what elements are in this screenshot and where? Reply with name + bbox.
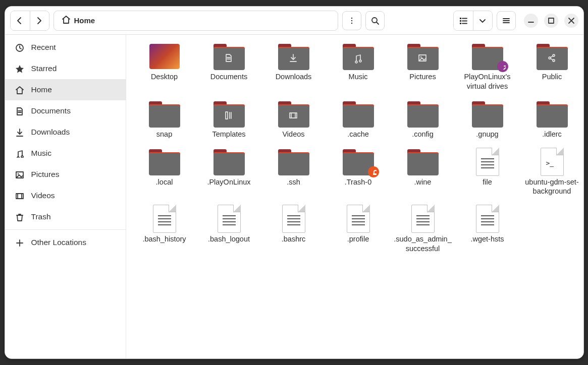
sidebar-item-home[interactable]: Home: [5, 79, 126, 100]
path-segment-home[interactable]: Home: [58, 13, 98, 28]
item-label: .cache: [347, 130, 369, 139]
item-label: Music: [349, 72, 368, 82]
script-item[interactable]: >_ ubuntu-gdm-set-background: [520, 146, 583, 197]
item-label: .config: [412, 130, 434, 139]
back-button[interactable]: [11, 11, 30, 30]
file-view[interactable]: Desktop Documents Downloads Music Pictur…: [126, 35, 583, 358]
view-switch: [453, 11, 493, 31]
item-icon: [470, 100, 505, 128]
share-icon: [534, 53, 570, 64]
item-icon: [470, 43, 505, 70]
forward-button[interactable]: [30, 11, 49, 30]
sidebar-item-documents[interactable]: Documents: [5, 100, 126, 121]
item-label: Documents: [210, 72, 247, 82]
item-label: Videos: [282, 130, 304, 139]
item-icon: [211, 43, 247, 70]
folder-item[interactable]: .local: [132, 146, 197, 197]
sidebar-item-downloads[interactable]: Downloads: [5, 121, 126, 143]
item-label: .local: [156, 177, 173, 187]
folder-item[interactable]: Music: [326, 41, 391, 91]
item-label: .PlayOnLinux: [207, 177, 250, 187]
close-button[interactable]: [564, 14, 578, 28]
text-file-icon: [476, 148, 499, 176]
search-button[interactable]: [365, 11, 385, 30]
sidebar-item-music[interactable]: Music: [5, 143, 126, 164]
sidebar-item-other-locations[interactable]: Other Locations: [5, 232, 126, 253]
text-item[interactable]: .bash_logout: [197, 203, 261, 254]
text-item[interactable]: file: [455, 146, 520, 197]
list-view-button[interactable]: [454, 11, 473, 30]
text-item[interactable]: .sudo_as_admin_successful: [391, 203, 455, 254]
picture-icon: [14, 170, 24, 179]
minimize-button[interactable]: [524, 14, 538, 28]
folder-item[interactable]: .gnupg: [455, 98, 520, 139]
item-label: ubuntu-gdm-set-background: [522, 177, 582, 197]
item-label: Desktop: [151, 72, 178, 82]
folder-item[interactable]: Documents: [197, 41, 261, 91]
folder-item[interactable]: Templates: [197, 98, 261, 139]
sidebar-item-trash[interactable]: Trash: [5, 206, 126, 227]
folder-item[interactable]: PlayOnLinux's virtual drives: [455, 41, 520, 91]
folder-item[interactable]: Public: [520, 41, 583, 91]
window-controls: [524, 14, 578, 28]
item-icon: [147, 205, 182, 232]
item-label: .wine: [414, 177, 432, 187]
sidebar-item-starred[interactable]: Starred: [5, 58, 126, 79]
item-icon: [341, 148, 376, 175]
sidebar-item-pictures[interactable]: Pictures: [5, 164, 126, 185]
text-item[interactable]: .wget-hsts: [455, 203, 520, 254]
file-manager-window: Home Recent Starred Home Document: [5, 6, 584, 359]
script-file-icon: >_: [541, 148, 564, 176]
music-icon: [341, 53, 376, 64]
star-icon: [14, 64, 24, 73]
item-icon: [470, 205, 505, 232]
item-label: Public: [542, 72, 562, 82]
sidebar-item-videos[interactable]: Videos: [5, 185, 126, 206]
item-label: .ssh: [287, 177, 300, 187]
folder-item[interactable]: .wine: [391, 146, 455, 197]
item-icon: [470, 148, 505, 175]
item-icon: [341, 43, 376, 70]
sidebar: Recent Starred Home Documents Downloads …: [5, 35, 126, 358]
folder-item[interactable]: .PlayOnLinux: [197, 146, 261, 197]
item-label: snap: [156, 130, 172, 139]
text-item[interactable]: .bashrc: [261, 203, 326, 254]
item-icon: [534, 100, 570, 128]
view-options-button[interactable]: [473, 11, 492, 30]
maximize-button[interactable]: [544, 14, 558, 28]
doc-icon: [14, 106, 24, 115]
doc-icon: [211, 53, 247, 64]
folder-item[interactable]: .cache: [326, 98, 391, 139]
folder-item[interactable]: .Trash-0: [326, 146, 391, 197]
text-item[interactable]: .bash_history: [132, 203, 197, 254]
hamburger-menu-button[interactable]: [497, 11, 516, 30]
folder-item[interactable]: Pictures: [391, 41, 455, 91]
item-label: .Trash-0: [345, 177, 371, 187]
folder-item[interactable]: .ssh: [261, 146, 326, 197]
sidebar-item-recent[interactable]: Recent: [5, 37, 126, 58]
sidebar-item-label: Documents: [31, 106, 71, 115]
item-icon: [147, 43, 182, 70]
home-icon: [14, 85, 24, 94]
download-icon: [14, 128, 24, 137]
sidebar-item-label: Videos: [31, 191, 55, 200]
view-menu-button[interactable]: [342, 11, 361, 30]
text-item[interactable]: .profile: [326, 203, 391, 254]
item-label: .bash_history: [142, 234, 186, 244]
folder-item[interactable]: snap: [132, 98, 197, 139]
text-file-icon: [476, 205, 499, 233]
item-label: PlayOnLinux's virtual drives: [458, 72, 517, 91]
item-label: .bashrc: [282, 234, 306, 244]
path-bar[interactable]: Home: [54, 11, 338, 31]
download-icon: [276, 53, 311, 64]
desktop-item[interactable]: Desktop: [132, 41, 197, 91]
sidebar-item-label: Other Locations: [31, 238, 86, 247]
desktop-icon: [149, 44, 180, 69]
folder-item[interactable]: .config: [391, 98, 455, 139]
folder-item[interactable]: Videos: [261, 98, 326, 139]
item-icon: >_: [534, 148, 570, 175]
folder-item[interactable]: .idlerc: [520, 98, 583, 139]
item-label: .idlerc: [542, 130, 562, 139]
item-label: .sudo_as_admin_successful: [393, 234, 453, 254]
folder-item[interactable]: Downloads: [261, 41, 326, 91]
